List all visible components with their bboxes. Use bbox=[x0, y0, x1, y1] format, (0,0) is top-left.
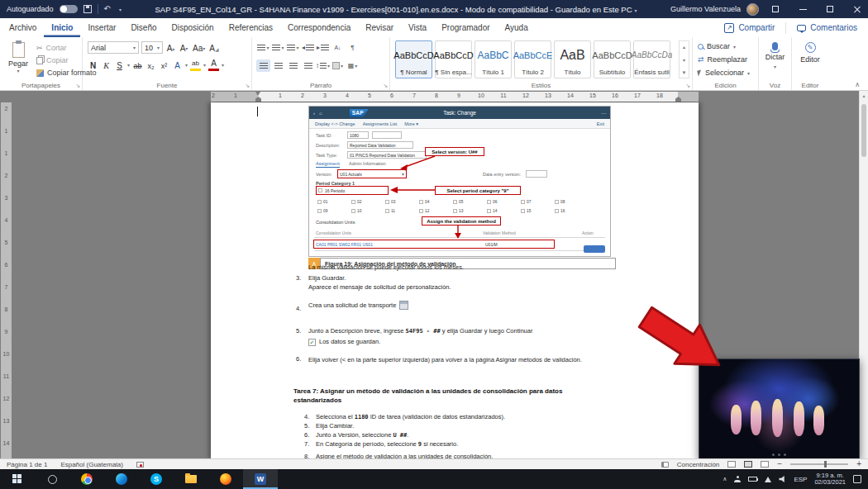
period-checkbox[interactable] bbox=[521, 200, 525, 204]
period-checkbox[interactable] bbox=[317, 200, 322, 204]
align-center-button[interactable] bbox=[271, 59, 285, 72]
italic-button[interactable]: K bbox=[101, 59, 112, 71]
tab-revisar[interactable]: Revisar bbox=[358, 18, 401, 37]
align-left-button[interactable] bbox=[256, 59, 270, 72]
period-checkbox[interactable] bbox=[453, 200, 457, 204]
dictate-button[interactable]: Dictar ▾ bbox=[759, 42, 791, 69]
style-subtle-emphasis[interactable]: AaBbCcDaÉnfasis sutil bbox=[633, 40, 670, 78]
strikethrough-button[interactable]: ab bbox=[132, 59, 143, 71]
tab-vista[interactable]: Vista bbox=[401, 18, 434, 37]
task-id-field[interactable]: 1080 bbox=[347, 131, 369, 139]
period-checkbox[interactable] bbox=[419, 200, 423, 204]
comments-button[interactable]: Comentarios bbox=[786, 23, 868, 32]
font-size-select[interactable]: 10▾ bbox=[141, 41, 163, 54]
grow-font-button[interactable]: A▴ bbox=[165, 41, 176, 54]
period-cell[interactable]: 11 bbox=[385, 207, 419, 216]
period-cell[interactable]: 10 bbox=[351, 207, 385, 216]
align-right-button[interactable] bbox=[286, 59, 300, 72]
change-case-button[interactable]: Aa▾ bbox=[192, 41, 206, 54]
tab-programador[interactable]: Programador bbox=[434, 18, 497, 37]
subscript-button[interactable]: x₂ bbox=[145, 59, 156, 71]
start-button[interactable] bbox=[0, 469, 35, 489]
share-button[interactable]: ↗Compartir bbox=[713, 23, 785, 33]
description-field[interactable]: Reported Data Validation bbox=[347, 141, 413, 149]
styles-scroll-down-icon[interactable]: ▾ bbox=[683, 57, 685, 63]
superscript-button[interactable]: x² bbox=[159, 59, 169, 71]
period-cell[interactable]: 08 bbox=[555, 197, 589, 207]
print-layout-icon[interactable] bbox=[744, 461, 752, 468]
zoom-in-icon[interactable]: + bbox=[856, 461, 861, 468]
tab-referencias[interactable]: Referencias bbox=[222, 18, 280, 37]
period-cell[interactable]: 01 bbox=[317, 197, 351, 207]
vertical-scrollbar[interactable]: ▴ bbox=[859, 91, 868, 458]
tab-disposicion[interactable]: Disposición bbox=[165, 18, 222, 37]
page-indicator[interactable]: Página 1 de 1 bbox=[7, 461, 47, 468]
period-checkbox[interactable] bbox=[487, 200, 491, 204]
period-cell[interactable]: 03 bbox=[385, 197, 419, 207]
save-icon[interactable] bbox=[83, 5, 92, 13]
show-marks-button[interactable]: ¶ bbox=[346, 41, 360, 54]
numbering-button[interactable]: ▾ bbox=[271, 41, 285, 54]
font-family-select[interactable]: Arial▾ bbox=[88, 41, 139, 54]
scrollbar-thumb[interactable] bbox=[861, 104, 866, 157]
multilevel-list-button[interactable]: ▾ bbox=[286, 41, 300, 54]
period-checkbox[interactable] bbox=[487, 209, 491, 213]
sap-save-button[interactable] bbox=[584, 245, 605, 253]
select-button[interactable]: Seleccionar▾ bbox=[698, 69, 750, 77]
period-checkbox[interactable] bbox=[385, 209, 389, 213]
find-button[interactable]: Buscar▾ bbox=[698, 42, 736, 50]
scroll-up-icon[interactable]: ▴ bbox=[860, 93, 868, 98]
borders-button[interactable]: ▦▾ bbox=[346, 59, 360, 72]
taskbar-word[interactable]: W bbox=[243, 469, 278, 489]
menu-display-change[interactable]: Display <-> Change bbox=[315, 121, 355, 126]
period-cell[interactable]: 16 bbox=[555, 207, 589, 216]
period-cell[interactable]: 06 bbox=[487, 197, 521, 207]
language-badge[interactable]: ESP bbox=[794, 476, 807, 483]
dialog-launcher-icon[interactable]: ↘ bbox=[383, 83, 388, 89]
period-cell[interactable]: 15 bbox=[521, 207, 555, 216]
user-name[interactable]: Guillermo Valenzuela bbox=[670, 5, 741, 13]
sort-button[interactable]: A↓ bbox=[331, 41, 345, 54]
style-no-spacing[interactable]: AaBbCcD¶ Sin espa... bbox=[435, 40, 472, 78]
video-controls[interactable] bbox=[699, 453, 859, 456]
volume-icon[interactable] bbox=[779, 476, 786, 483]
title-caret-icon[interactable]: ▾ bbox=[635, 8, 637, 13]
tray-expand-icon[interactable]: ∧ bbox=[723, 476, 727, 482]
period-checkbox[interactable] bbox=[555, 209, 559, 213]
zoom-slider[interactable] bbox=[790, 463, 848, 465]
period-cell[interactable]: 12 bbox=[419, 207, 453, 216]
tab-inicio[interactable]: Inicio bbox=[44, 18, 80, 37]
focus-mode-button[interactable]: Concentración bbox=[677, 461, 720, 468]
style-heading1[interactable]: AaBbCTítulo 1 bbox=[475, 40, 512, 78]
document-page[interactable]: ‹ ⌂ SAP Task: Change ⋯ Display <-> Chang… bbox=[211, 102, 699, 458]
style-heading2[interactable]: AaBbCcETítulo 2 bbox=[514, 40, 551, 78]
dialog-launcher-icon[interactable]: ↘ bbox=[245, 83, 250, 89]
zoom-out-icon[interactable]: − bbox=[777, 461, 782, 468]
autosave-toggle[interactable] bbox=[60, 5, 78, 13]
first-line-indent-marker[interactable] bbox=[255, 92, 260, 96]
dropdown-caret-icon[interactable]: ▾ bbox=[203, 62, 206, 68]
tray-people-icon[interactable] bbox=[734, 476, 741, 482]
restore-button[interactable] bbox=[819, 0, 841, 18]
period-checkbox[interactable] bbox=[351, 200, 355, 204]
dialog-launcher-icon[interactable]: ↘ bbox=[685, 83, 690, 89]
shrink-font-button[interactable]: A▾ bbox=[179, 41, 189, 54]
decrease-indent-button[interactable]: ◂ bbox=[301, 41, 315, 54]
task-id-extra-field[interactable] bbox=[372, 131, 402, 139]
period-checkbox[interactable] bbox=[521, 209, 525, 213]
close-button[interactable] bbox=[847, 0, 868, 18]
search-button[interactable] bbox=[35, 469, 69, 489]
task-type-field[interactable]: 01 PINCS Reported Data Validation bbox=[347, 151, 427, 159]
editor-button[interactable]: ✎ Editor bbox=[792, 42, 828, 64]
style-subtitle[interactable]: AaBbCcDSubtítulo bbox=[594, 40, 631, 78]
styles-scroll-up-icon[interactable]: ▴ bbox=[683, 44, 685, 50]
font-color-button[interactable]: A bbox=[208, 59, 219, 71]
sap-tab-admin[interactable]: Admin Information bbox=[349, 161, 386, 166]
avatar[interactable] bbox=[746, 3, 759, 16]
collapse-ribbon-icon[interactable]: ∧ bbox=[855, 81, 860, 88]
action-center-icon[interactable] bbox=[853, 475, 861, 483]
minimize-button[interactable] bbox=[792, 0, 813, 18]
taskbar-skype[interactable]: S bbox=[139, 469, 174, 489]
horizontal-ruler[interactable]: 21123456789101112131415161718 bbox=[0, 91, 859, 102]
battery-icon[interactable] bbox=[748, 477, 757, 482]
